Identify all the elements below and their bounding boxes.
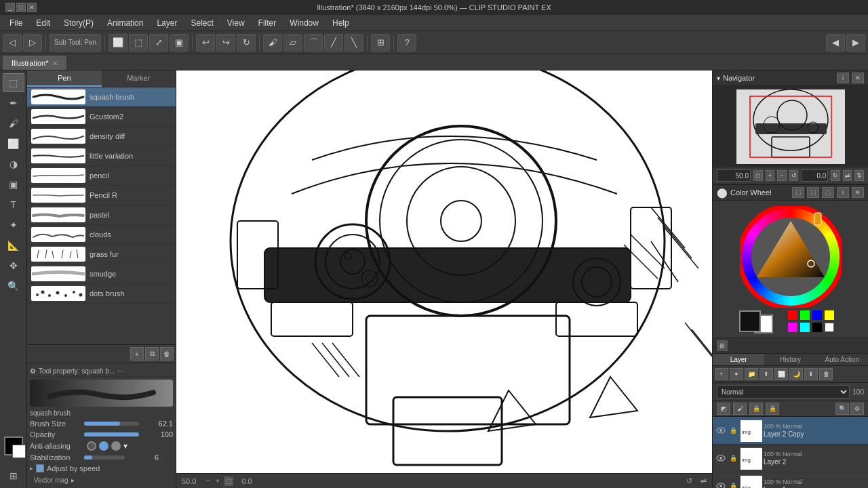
undo-btn[interactable]: ↩ bbox=[196, 34, 215, 52]
palette-yellow[interactable] bbox=[825, 310, 834, 320]
grid-btn[interactable]: ⊞ bbox=[371, 34, 390, 52]
layer-settings-btn[interactable]: ⚙ bbox=[850, 403, 864, 415]
menu-animation[interactable]: Animation bbox=[100, 17, 150, 29]
tool-select[interactable]: ⬚ bbox=[3, 73, 24, 92]
layer-new-vector[interactable]: ✦ bbox=[730, 368, 743, 380]
rotate-ccw-btn[interactable]: ↺ bbox=[686, 476, 692, 485]
menu-edit[interactable]: Edit bbox=[29, 17, 57, 29]
tool-move[interactable]: ✥ bbox=[3, 256, 24, 275]
vector-mag-expand[interactable]: ▸ bbox=[71, 476, 75, 484]
layer-lock-layer2[interactable]: 🔒 bbox=[728, 453, 738, 463]
aa-strong[interactable] bbox=[111, 441, 121, 451]
lock-position-btn[interactable]: 🔒 bbox=[749, 403, 763, 415]
panel-toggle-btn-2[interactable]: ▶ bbox=[846, 34, 865, 52]
brush-item-smudge[interactable]: smudge bbox=[27, 264, 176, 284]
layer-merge-down[interactable]: ⬇ bbox=[804, 368, 818, 380]
foreground-swatch[interactable] bbox=[739, 310, 761, 332]
color-btn-1[interactable]: ⬚ bbox=[792, 187, 804, 198]
lock-transparent-btn[interactable]: ◩ bbox=[717, 403, 730, 415]
layer-correction[interactable]: 🌙 bbox=[789, 368, 803, 380]
brush-item-dotsbrush[interactable]: dots brush bbox=[27, 284, 176, 304]
menu-help[interactable]: Help bbox=[326, 17, 356, 29]
tool-props-expand[interactable]: ⋯ bbox=[117, 367, 124, 375]
color-close[interactable]: ✕ bbox=[852, 187, 864, 198]
close-button[interactable]: ✕ bbox=[27, 3, 37, 12]
color-info[interactable]: i bbox=[837, 187, 849, 198]
opacity-slider[interactable] bbox=[84, 432, 139, 436]
tool-brush[interactable]: 🖌 bbox=[3, 114, 24, 133]
canvas-viewport[interactable] bbox=[176, 70, 712, 473]
layer-item-layer2[interactable]: 🔒 img 100 % Normal Layer 2 bbox=[713, 445, 868, 472]
adjust-speed-checkbox[interactable] bbox=[36, 464, 44, 472]
nav-flip-h[interactable]: ⇌ bbox=[843, 170, 852, 181]
color-btn-2[interactable]: ⬚ bbox=[807, 187, 819, 198]
tool-text[interactable]: T bbox=[3, 195, 24, 214]
tool-zoom[interactable]: 🔍 bbox=[3, 277, 24, 296]
zoom-out-btn[interactable]: − bbox=[204, 476, 211, 486]
brush-copy-btn[interactable]: ⧉ bbox=[145, 347, 159, 361]
help-btn[interactable]: ? bbox=[397, 34, 416, 52]
nav-zoom-out[interactable]: − bbox=[777, 170, 787, 181]
select-btn[interactable]: ⬚ bbox=[129, 34, 148, 52]
nav-zoom-in[interactable]: + bbox=[766, 170, 775, 181]
layer-item-layer1[interactable]: 🔒 img 100 % Normal Layer 1 bbox=[713, 472, 868, 488]
tool-pen[interactable]: ✒ bbox=[3, 94, 24, 113]
ruler-btn[interactable]: ╲ bbox=[344, 34, 363, 52]
palette-black[interactable] bbox=[812, 323, 822, 332]
zoom-fit-button[interactable]: ▷ bbox=[23, 34, 42, 52]
canvas-btn[interactable]: ⬜ bbox=[108, 34, 127, 52]
color-wheel-container[interactable] bbox=[740, 206, 842, 308]
nav-flip-v[interactable]: ⇅ bbox=[854, 170, 864, 181]
tool-vector[interactable]: ✦ bbox=[3, 216, 24, 235]
menu-layer[interactable]: Layer bbox=[150, 17, 184, 29]
menu-filter[interactable]: Filter bbox=[252, 17, 283, 29]
brush-tool-btn[interactable]: 🖌 bbox=[263, 34, 282, 52]
tool-eraser[interactable]: ⬜ bbox=[3, 134, 24, 153]
nav-rot-btn[interactable]: ↻ bbox=[831, 170, 840, 181]
layer-new-raster[interactable]: + bbox=[715, 368, 728, 380]
brush-item-gcustom2[interactable]: Gcustom2 bbox=[27, 107, 176, 127]
zoom-in-btn[interactable]: + bbox=[214, 476, 221, 486]
canvas-tab[interactable]: Illustration* ✕ bbox=[3, 56, 66, 70]
menu-file[interactable]: File bbox=[3, 17, 29, 29]
pen-btn[interactable]: ╱ bbox=[324, 34, 343, 52]
navigator-expand[interactable]: ▾ bbox=[717, 75, 720, 82]
palette-white[interactable] bbox=[825, 323, 834, 332]
minimize-button[interactable]: _ bbox=[5, 3, 15, 12]
layer-clip[interactable]: ⬆ bbox=[760, 368, 773, 380]
color-btn-3[interactable]: ⬚ bbox=[822, 187, 834, 198]
layer-delete[interactable]: 🗑 bbox=[819, 368, 833, 380]
layer-item-layer2copy[interactable]: 🔒 img 100 % Normal Layer 2 Copy bbox=[713, 417, 868, 445]
brush-item-pencil[interactable]: pencil bbox=[27, 166, 176, 186]
navigator-close[interactable]: ✕ bbox=[852, 73, 864, 83]
eraser-btn[interactable]: ▱ bbox=[283, 34, 302, 52]
palette-green[interactable] bbox=[800, 310, 810, 320]
navigator-zoom-input[interactable] bbox=[717, 169, 751, 182]
nav-zoom-fit[interactable]: ◻ bbox=[753, 170, 763, 181]
layer-tab-history[interactable]: History bbox=[764, 354, 816, 365]
tool-blur[interactable]: ◑ bbox=[3, 155, 24, 174]
brush-tab-pen[interactable]: Pen bbox=[27, 70, 102, 87]
tool-checkerboard[interactable]: ⊞ bbox=[3, 466, 24, 485]
stabilization-slider[interactable] bbox=[84, 455, 125, 460]
menu-story[interactable]: Story(P) bbox=[57, 17, 100, 29]
layer-tab-autoaction[interactable]: Auto Action bbox=[816, 354, 868, 365]
tool-fill[interactable]: ▣ bbox=[3, 175, 24, 194]
tool-ruler[interactable]: 📐 bbox=[3, 236, 24, 255]
nav-rotate-reset[interactable]: ↺ bbox=[789, 170, 799, 181]
new-button[interactable]: ◁ bbox=[3, 34, 22, 52]
layer-lock-layer2copy[interactable]: 🔒 bbox=[728, 426, 738, 435]
layer-eye-layer1[interactable] bbox=[715, 481, 726, 488]
menu-select[interactable]: Select bbox=[184, 17, 220, 29]
brush-item-grassfur[interactable]: grass fur bbox=[27, 245, 176, 264]
brush-delete-btn[interactable]: 🗑 bbox=[160, 347, 174, 361]
palette-magenta[interactable] bbox=[788, 323, 797, 332]
layer-mask[interactable]: ⬜ bbox=[774, 368, 788, 380]
transform-btn[interactable]: ⤢ bbox=[149, 34, 168, 52]
brush-tab-marker[interactable]: Marker bbox=[102, 70, 176, 87]
palette-red[interactable] bbox=[788, 310, 797, 320]
brush-item-clouds[interactable]: clouds bbox=[27, 225, 176, 245]
lock-all-btn[interactable]: 🔒 bbox=[766, 403, 779, 415]
panel-toggle-btn[interactable]: ◀ bbox=[826, 34, 845, 52]
palette-blue[interactable] bbox=[812, 310, 822, 320]
